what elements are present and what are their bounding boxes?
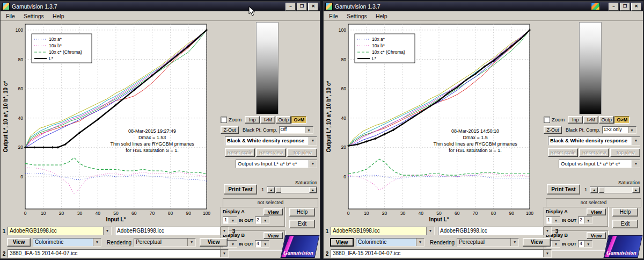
saturation-slider[interactable]: ◄ ► bbox=[590, 186, 640, 193]
chevron-down-icon[interactable]: ▼ bbox=[552, 241, 560, 247]
analysis-mode-select[interactable]: Black & White density response ▼ bbox=[225, 136, 317, 146]
display-b-out-select[interactable]: 4 ▼ bbox=[255, 240, 269, 248]
menu-item-file[interactable]: File bbox=[2, 13, 19, 19]
menu-item-file[interactable]: File bbox=[325, 13, 342, 19]
profile-1-select[interactable]: AdobeRGB1998.icc ▼ bbox=[8, 227, 112, 235]
chevron-down-icon[interactable]: ▼ bbox=[543, 227, 551, 235]
slider-left-arrow-icon[interactable]: ◄ bbox=[590, 187, 598, 193]
chevron-down-icon[interactable]: ▼ bbox=[632, 137, 640, 145]
chevron-down-icon[interactable]: ▼ bbox=[93, 239, 101, 246]
density-response-chart[interactable]: 0102030405060708090100020406080100Input … bbox=[2, 21, 213, 225]
chevron-down-icon[interactable]: ▼ bbox=[309, 137, 317, 145]
profile-3-select[interactable]: AdobeRGB1998.icc ▼ bbox=[115, 227, 229, 235]
top-view-button[interactable]: Top view bbox=[610, 148, 640, 157]
slider-right-arrow-icon[interactable]: ► bbox=[632, 187, 640, 193]
zoom-checkbox[interactable]: Zoom bbox=[544, 117, 565, 123]
output-to-monitor-button[interactable]: O>M bbox=[291, 116, 306, 124]
exit-button[interactable]: Exit bbox=[289, 220, 315, 228]
display-a-view-button[interactable]: View bbox=[587, 208, 606, 215]
saturation-slider[interactable]: ◄ ► bbox=[267, 186, 317, 193]
input-to-monitor-button[interactable]: I>M bbox=[583, 116, 598, 124]
density-response-chart[interactable]: 0102030405060708090100020406080100Input … bbox=[325, 21, 536, 225]
checkbox-box-icon[interactable] bbox=[221, 117, 227, 123]
slider-track[interactable] bbox=[275, 187, 309, 193]
top-view-button[interactable]: Top view bbox=[287, 148, 317, 157]
slider-track[interactable] bbox=[598, 187, 632, 193]
chevron-down-icon[interactable]: ▼ bbox=[229, 241, 237, 247]
reset-scale-button[interactable]: Reset scale bbox=[225, 148, 255, 157]
chevron-down-icon[interactable]: ▼ bbox=[552, 217, 560, 223]
zoom-checkbox[interactable]: Zoom bbox=[221, 117, 241, 123]
rendering-intent-select[interactable]: Perceptual ▼ bbox=[457, 238, 519, 247]
slider-right-arrow-icon[interactable]: ► bbox=[309, 187, 317, 193]
outp-button[interactable]: Outp bbox=[599, 116, 614, 124]
chevron-down-icon[interactable]: ▼ bbox=[187, 239, 195, 246]
slider-thumb[interactable] bbox=[276, 187, 281, 193]
exit-button[interactable]: Exit bbox=[612, 220, 638, 228]
profile-2-select[interactable]: 3880_IFA-15 2014-04-07.icc ▼ bbox=[8, 249, 229, 258]
black-point-comp-select[interactable]: 1>2 only ▼ bbox=[602, 126, 636, 134]
display-a-out-select[interactable]: 2 ▼ bbox=[578, 216, 592, 224]
chevron-down-icon[interactable]: ▼ bbox=[261, 217, 269, 223]
chevron-down-icon[interactable]: ▼ bbox=[426, 227, 434, 235]
print-test-button[interactable]: Print Test bbox=[224, 184, 257, 194]
close-button[interactable]: ✕ bbox=[631, 3, 641, 11]
display-a-out-select[interactable]: 2 ▼ bbox=[255, 216, 269, 224]
outp-button[interactable]: Outp bbox=[276, 116, 291, 124]
profile-2-select[interactable]: 3880_IFA-15 2014-04-07.icc ▼ bbox=[331, 249, 552, 258]
display-a-view-button[interactable]: View bbox=[264, 208, 283, 215]
title-bar[interactable]: Gamutvision 1.3.7 – ❐ ✕ bbox=[1, 2, 320, 11]
chevron-down-icon[interactable]: ▼ bbox=[584, 241, 592, 247]
slider-thumb[interactable] bbox=[599, 187, 604, 193]
menu-item-settings[interactable]: Settings bbox=[342, 13, 371, 19]
black-point-comp-select[interactable]: Off ▼ bbox=[279, 126, 313, 134]
chevron-down-icon[interactable]: ▼ bbox=[510, 239, 518, 246]
display-b-view-button[interactable]: View bbox=[264, 232, 283, 239]
chevron-down-icon[interactable]: ▼ bbox=[309, 160, 317, 168]
rendering-intent-select[interactable]: Perceptual ▼ bbox=[134, 238, 196, 247]
minimize-button[interactable]: – bbox=[609, 3, 619, 11]
display-b-view-button[interactable]: View bbox=[587, 232, 606, 239]
chevron-down-icon[interactable]: ▼ bbox=[220, 250, 228, 257]
chevron-down-icon[interactable]: ▼ bbox=[261, 241, 269, 247]
help-button[interactable]: Help bbox=[289, 208, 315, 216]
menu-item-settings[interactable]: Settings bbox=[19, 13, 48, 19]
chevron-down-icon[interactable]: ▼ bbox=[103, 227, 111, 235]
chevron-down-icon[interactable]: ▼ bbox=[628, 127, 636, 133]
view-profile-1-button[interactable]: View bbox=[7, 238, 31, 247]
view-profile-2-button[interactable]: View bbox=[200, 238, 228, 247]
help-button[interactable]: Help bbox=[612, 208, 638, 216]
plot-type-select[interactable]: Output vs Input L* a* b* c* ▼ bbox=[559, 160, 640, 168]
display-b-out-select[interactable]: 4 ▼ bbox=[578, 240, 592, 248]
analysis-mode-select[interactable]: Black & White density response ▼ bbox=[548, 136, 640, 146]
slider-left-arrow-icon[interactable]: ◄ bbox=[267, 187, 275, 193]
close-button[interactable]: ✕ bbox=[308, 3, 318, 11]
maximize-button[interactable]: ❐ bbox=[620, 3, 630, 11]
chevron-down-icon[interactable]: ▼ bbox=[584, 217, 592, 223]
output-to-monitor-button[interactable]: O>M bbox=[614, 116, 630, 124]
chevron-down-icon[interactable]: ▼ bbox=[229, 217, 237, 223]
zoom-out-button[interactable]: Z-Out bbox=[221, 126, 239, 134]
checkbox-box-icon[interactable] bbox=[544, 117, 550, 123]
chevron-down-icon[interactable]: ▼ bbox=[543, 250, 551, 257]
chevron-down-icon[interactable]: ▼ bbox=[220, 227, 228, 235]
profile-1-select[interactable]: AdobeRGB1998.icc ▼ bbox=[331, 227, 435, 235]
print-test-button[interactable]: Print Test bbox=[547, 184, 580, 194]
intent-select[interactable]: Colorimetric ▼ bbox=[356, 238, 425, 247]
profile-3-select[interactable]: AdobeRGB1998.icc ▼ bbox=[438, 227, 552, 235]
reset-view-button[interactable]: Reset view bbox=[256, 148, 286, 157]
chevron-down-icon[interactable]: ▼ bbox=[305, 127, 313, 133]
maximize-button[interactable]: ❐ bbox=[297, 3, 307, 11]
plot-type-select[interactable]: Output vs Input L* a* b* c* ▼ bbox=[236, 160, 317, 168]
inp-button[interactable]: Inp bbox=[245, 116, 260, 124]
title-bar[interactable]: Gamutvision 1.3.7 – ❐ ✕ bbox=[324, 2, 643, 11]
view-profile-2-button[interactable]: View bbox=[523, 238, 551, 247]
view-profile-1-button[interactable]: View bbox=[330, 238, 354, 247]
reset-view-button[interactable]: Reset view bbox=[579, 148, 609, 157]
menu-item-help[interactable]: Help bbox=[371, 13, 392, 19]
display-a-in-select[interactable]: 1 ▼ bbox=[223, 216, 237, 224]
chevron-down-icon[interactable]: ▼ bbox=[632, 160, 640, 168]
chevron-down-icon[interactable]: ▼ bbox=[416, 239, 424, 246]
minimize-button[interactable]: – bbox=[286, 3, 296, 11]
inp-button[interactable]: Inp bbox=[568, 116, 583, 124]
